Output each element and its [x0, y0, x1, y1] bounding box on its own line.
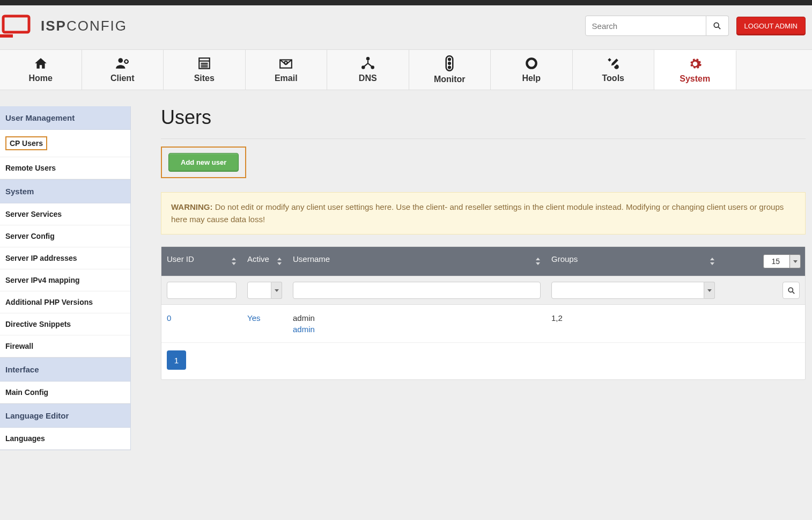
browser-chrome	[0, 0, 812, 5]
main-nav: Home Client Sites Email DNS Monitor Help	[0, 49, 812, 90]
svg-point-3	[119, 58, 123, 63]
filter-search-button[interactable]	[783, 282, 800, 299]
help-icon	[525, 56, 538, 70]
svg-point-11	[285, 61, 287, 64]
nav-label: Home	[29, 74, 53, 83]
svg-line-21	[792, 291, 794, 294]
cell-active[interactable]: Yes	[247, 313, 260, 323]
search-button[interactable]	[706, 16, 729, 36]
client-icon	[114, 56, 130, 70]
filter-id-input[interactable]	[167, 282, 237, 299]
nav-label: Monitor	[434, 75, 466, 84]
home-icon	[33, 56, 48, 70]
logo-text: ISPCONFIG	[41, 18, 127, 34]
tools-icon	[606, 56, 621, 70]
cell-username-link[interactable]: admin	[293, 325, 541, 334]
nav-label: DNS	[359, 74, 377, 83]
filter-groups-select[interactable]	[551, 282, 715, 299]
nav-label: Sites	[194, 74, 215, 83]
filter-active-select[interactable]	[247, 282, 282, 299]
add-user-highlight: Add new user	[161, 147, 246, 178]
th-groups[interactable]: Groups	[546, 247, 720, 276]
header: ISPCONFIG LOGOUT ADMIN	[0, 5, 812, 49]
sort-icon	[277, 258, 282, 265]
dns-icon	[361, 56, 375, 70]
warning-prefix: WARNING:	[171, 202, 213, 211]
th-user-id[interactable]: User ID	[161, 247, 242, 276]
nav-label: Tools	[602, 74, 624, 83]
logo: ISPCONFIG	[0, 13, 127, 39]
warning-alert: WARNING: Do not edit or modify any clien…	[161, 192, 806, 235]
search-input[interactable]	[585, 16, 706, 36]
nav-label: Client	[110, 74, 134, 83]
nav-client[interactable]: Client	[82, 50, 164, 90]
sort-icon	[710, 258, 715, 265]
svg-point-19	[529, 61, 534, 66]
page-1-button[interactable]: 1	[167, 350, 186, 370]
cell-username: admin	[293, 313, 315, 323]
sidebar: User Management CP Users Remote Users Sy…	[0, 106, 131, 450]
pagination: 1	[161, 343, 805, 379]
svg-point-4	[125, 60, 129, 64]
sidebar-item-languages[interactable]: Languages	[0, 428, 130, 450]
sidebar-item-php-versions[interactable]: Additional PHP Versions	[0, 291, 130, 313]
th-active[interactable]: Active	[242, 247, 287, 276]
sort-icon	[535, 258, 541, 265]
sidebar-header-interface: Interface	[0, 357, 130, 382]
table-row[interactable]: 0 Yes admin admin 1,2	[161, 305, 805, 343]
svg-rect-0	[3, 16, 29, 32]
sidebar-header-language: Language Editor	[0, 404, 130, 428]
svg-line-2	[718, 27, 720, 29]
th-username[interactable]: Username	[287, 247, 546, 276]
add-user-button[interactable]: Add new user	[168, 153, 239, 172]
sidebar-item-firewall[interactable]: Firewall	[0, 335, 130, 357]
sidebar-item-remote-users[interactable]: Remote Users	[0, 157, 130, 179]
nav-help[interactable]: Help	[491, 50, 573, 90]
sites-icon	[197, 56, 211, 70]
nav-label: System	[680, 74, 710, 84]
svg-point-20	[788, 288, 793, 292]
chevron-down-icon[interactable]	[704, 282, 715, 299]
svg-point-1	[714, 23, 719, 27]
sidebar-item-server-ip[interactable]: Server IP addresses	[0, 247, 130, 269]
nav-label: Help	[522, 74, 541, 83]
nav-label: Email	[275, 74, 298, 83]
users-table: User ID Active Username Groups	[161, 246, 806, 380]
svg-point-16	[448, 58, 451, 61]
th-page-size: 15	[720, 247, 805, 276]
sort-icon	[231, 258, 237, 265]
nav-sites[interactable]: Sites	[164, 50, 246, 90]
sidebar-item-main-config[interactable]: Main Config	[0, 382, 130, 404]
nav-system[interactable]: System	[654, 50, 736, 90]
nav-tools[interactable]: Tools	[573, 50, 655, 90]
cell-id[interactable]: 0	[167, 313, 171, 323]
sidebar-item-directive-snippets[interactable]: Directive Snippets	[0, 313, 130, 335]
table-header: User ID Active Username Groups	[161, 247, 805, 276]
nav-dns[interactable]: DNS	[327, 50, 409, 90]
sidebar-item-server-ipv4[interactable]: Server IPv4 mapping	[0, 269, 130, 291]
search-icon	[713, 22, 721, 30]
logout-button[interactable]: LOGOUT ADMIN	[736, 17, 806, 35]
email-icon	[278, 56, 294, 70]
filter-row	[161, 276, 805, 305]
sidebar-item-server-config[interactable]: Server Config	[0, 225, 130, 247]
svg-point-18	[448, 67, 451, 69]
page-size-select[interactable]: 15	[763, 254, 801, 268]
cell-groups: 1,2	[551, 313, 563, 323]
nav-email[interactable]: Email	[246, 50, 328, 90]
chevron-down-icon[interactable]	[790, 254, 801, 268]
chevron-down-icon[interactable]	[271, 282, 282, 299]
filter-username-input[interactable]	[293, 282, 541, 299]
nav-monitor[interactable]: Monitor	[409, 50, 491, 90]
sidebar-item-server-services[interactable]: Server Services	[0, 203, 130, 225]
search	[585, 16, 729, 36]
svg-point-12	[366, 57, 370, 61]
logo-icon	[0, 13, 35, 39]
monitor-icon	[445, 55, 454, 71]
sidebar-item-cp-users[interactable]: CP Users	[0, 130, 130, 157]
gear-icon	[688, 57, 702, 71]
svg-point-17	[448, 62, 451, 64]
sidebar-header-user-management: User Management	[0, 106, 130, 130]
nav-home[interactable]: Home	[0, 50, 82, 90]
page-title: Users	[161, 106, 806, 139]
